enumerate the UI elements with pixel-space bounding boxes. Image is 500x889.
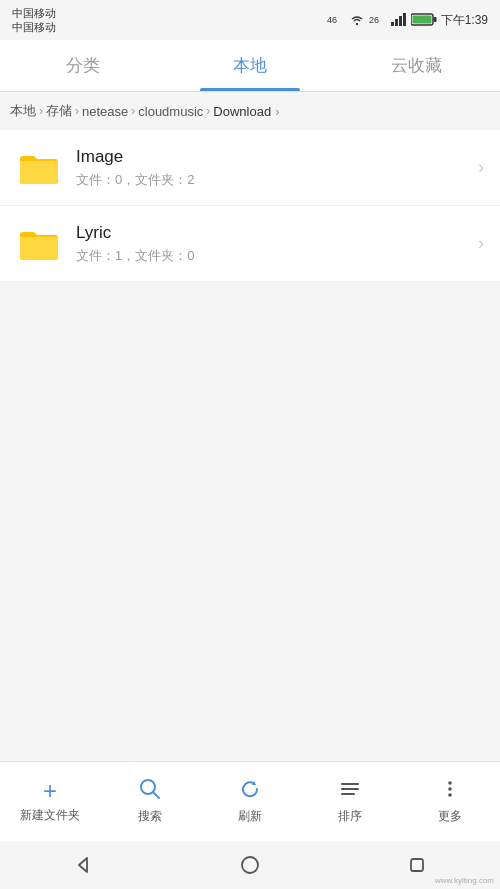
svg-point-16 — [448, 787, 452, 791]
android-nav: www.kylting.com — [0, 841, 500, 889]
svg-line-10 — [153, 792, 159, 798]
status-bar: 中国移动 中国移动 46 26 — [0, 0, 500, 40]
more-icon — [439, 778, 461, 804]
plus-icon: + — [43, 779, 57, 803]
svg-rect-2 — [391, 22, 394, 26]
carrier2: 中国移动 — [12, 20, 56, 34]
file-item-image[interactable]: Image 文件：0，文件夹：2 › — [0, 130, 500, 206]
status-icons: 46 26 — [327, 12, 488, 29]
nav-sort-label: 排序 — [338, 808, 362, 825]
tab-local[interactable]: 本地 — [167, 40, 334, 91]
carrier-info: 中国移动 中国移动 — [12, 6, 56, 35]
file-list: Image 文件：0，文件夹：2 › Lyric 文件：1，文件夹：0 › — [0, 130, 500, 282]
file-item-lyric[interactable]: Lyric 文件：1，文件夹：0 › — [0, 206, 500, 282]
recent-button[interactable] — [402, 850, 432, 880]
tab-cloud[interactable]: 云收藏 — [333, 40, 500, 91]
signal2-icon: 26 — [369, 12, 387, 28]
file-name-image: Image — [76, 147, 478, 167]
nav-more[interactable]: 更多 — [400, 778, 500, 825]
tab-classify[interactable]: 分类 — [0, 40, 167, 91]
file-info-lyric: Lyric 文件：1，文件夹：0 — [76, 223, 478, 265]
breadcrumb-storage[interactable]: 存储 — [46, 102, 72, 120]
back-button[interactable] — [68, 850, 98, 880]
svg-rect-3 — [395, 19, 398, 26]
svg-rect-5 — [403, 13, 406, 26]
nav-new-folder[interactable]: + 新建文件夹 — [0, 779, 100, 824]
battery-icon — [411, 13, 437, 28]
svg-text:26: 26 — [369, 15, 379, 25]
breadcrumb-sep-3: › — [131, 104, 135, 118]
svg-rect-20 — [411, 859, 423, 871]
breadcrumb-local[interactable]: 本地 — [10, 102, 36, 120]
nav-search[interactable]: 搜索 — [100, 778, 200, 825]
search-icon — [139, 778, 161, 804]
folder-icon-image — [16, 145, 62, 191]
watermark: www.kylting.com — [435, 869, 494, 887]
breadcrumb: 本地 › 存储 › netease › cloudmusic › Downloa… — [0, 92, 500, 130]
breadcrumb-netease[interactable]: netease — [82, 104, 128, 119]
nav-new-folder-label: 新建文件夹 — [20, 807, 80, 824]
wifi-icon — [349, 13, 365, 28]
nav-refresh[interactable]: 刷新 — [200, 778, 300, 825]
folder-icon-lyric — [16, 221, 62, 267]
breadcrumb-sep-4: › — [206, 104, 210, 118]
breadcrumb-end-arrow: › — [275, 104, 279, 119]
svg-point-15 — [448, 781, 452, 785]
svg-point-19 — [242, 857, 258, 873]
nav-refresh-label: 刷新 — [238, 808, 262, 825]
nav-sort[interactable]: 排序 — [300, 778, 400, 825]
chevron-right-icon-image: › — [478, 157, 484, 178]
breadcrumb-cloudmusic[interactable]: cloudmusic — [138, 104, 203, 119]
breadcrumb-download[interactable]: Download — [213, 104, 271, 119]
file-meta-lyric: 文件：1，文件夹：0 — [76, 247, 478, 265]
file-name-lyric: Lyric — [76, 223, 478, 243]
svg-point-17 — [448, 793, 452, 797]
nav-more-label: 更多 — [438, 808, 462, 825]
svg-rect-7 — [433, 17, 436, 22]
svg-rect-8 — [412, 15, 431, 23]
home-button[interactable] — [235, 850, 265, 880]
top-tabs: 分类 本地 云收藏 — [0, 40, 500, 92]
svg-text:46: 46 — [327, 15, 337, 25]
refresh-icon — [239, 778, 261, 804]
time: 下午1:39 — [441, 12, 488, 29]
signal-bars-icon — [391, 13, 407, 28]
signal-icon: 46 — [327, 12, 345, 28]
sort-icon — [339, 778, 361, 804]
chevron-right-icon-lyric: › — [478, 233, 484, 254]
svg-rect-4 — [399, 16, 402, 26]
breadcrumb-sep-2: › — [75, 104, 79, 118]
carrier1: 中国移动 — [12, 6, 56, 20]
file-info-image: Image 文件：0，文件夹：2 — [76, 147, 478, 189]
file-meta-image: 文件：0，文件夹：2 — [76, 171, 478, 189]
bottom-nav: + 新建文件夹 搜索 刷新 排序 — [0, 761, 500, 841]
svg-marker-18 — [79, 858, 87, 872]
nav-search-label: 搜索 — [138, 808, 162, 825]
breadcrumb-sep-1: › — [39, 104, 43, 118]
